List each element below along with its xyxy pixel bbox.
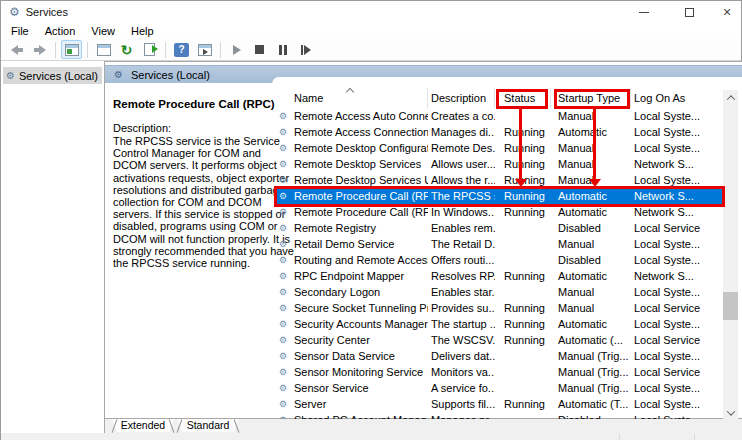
help-icon[interactable]: ?: [171, 40, 192, 59]
cell-status: Running: [495, 204, 551, 220]
show-action-pane-icon[interactable]: [194, 40, 215, 59]
export-list-icon[interactable]: [139, 40, 160, 59]
cell-logon: Local Syste...: [631, 284, 723, 300]
table-row[interactable]: ⚙RPC Endpoint MapperResolves RP...Runnin…: [277, 268, 723, 284]
menu-bar: FileActionViewHelp: [1, 23, 741, 39]
cell-description: Remote Des...: [428, 140, 495, 156]
show-console-tree-icon[interactable]: [61, 40, 82, 59]
tree-item-services-local[interactable]: ⚙ Services (Local): [3, 67, 102, 84]
view-tabstrip: Extended Standard: [105, 419, 742, 433]
table-row[interactable]: ⚙Remote Procedure Call (RP...In Windows.…: [277, 204, 723, 220]
table-row[interactable]: ⚙Remote RegistryEnables rem...DisabledLo…: [277, 220, 723, 236]
cell-description: Monitors va...: [428, 364, 495, 380]
table-row[interactable]: ⚙Security Accounts ManagerThe startup ..…: [277, 316, 723, 332]
maximize-button[interactable]: [674, 1, 704, 23]
cell-logon: Local Syste...: [631, 380, 723, 396]
tab-extended[interactable]: Extended: [112, 419, 174, 432]
column-header-log-on-as[interactable]: Log On As: [631, 88, 723, 108]
cell-status: [495, 220, 551, 236]
cell-description: The startup ...: [428, 316, 495, 332]
cell-status: Running: [495, 188, 551, 204]
cell-logon: Local Service: [631, 364, 723, 380]
table-row[interactable]: ⚙Remote Desktop ServicesAllows user...Ru…: [277, 156, 723, 172]
table-row[interactable]: ⚙Retail Demo ServiceThe Retail D...Manua…: [277, 236, 723, 252]
table-row[interactable]: ⚙Remote Desktop Services U...Allows the …: [277, 172, 723, 188]
vertical-scrollbar[interactable]: [723, 90, 738, 420]
refresh-icon[interactable]: ↻: [116, 40, 137, 59]
stop-service-icon[interactable]: [249, 40, 270, 59]
cell-logon: Local Service: [631, 220, 723, 236]
toolbar-separator: [55, 42, 56, 58]
table-row[interactable]: ⚙Secure Socket Tunneling Pr...Provides s…: [277, 300, 723, 316]
cell-description: Offers routi...: [428, 252, 495, 268]
cell-description: Delivers dat...: [428, 348, 495, 364]
cell-name: Remote Access Auto Conne...: [277, 108, 428, 124]
cell-startup: Manual: [551, 108, 631, 124]
cell-logon: Local Service: [631, 300, 723, 316]
cell-status: Running: [495, 172, 551, 188]
cell-startup: Manual: [551, 300, 631, 316]
menu-item-help[interactable]: Help: [123, 23, 162, 39]
restart-service-icon[interactable]: [295, 40, 316, 59]
cell-startup: Disabled: [551, 252, 631, 268]
service-gear-icon: ⚙: [279, 284, 287, 300]
table-row[interactable]: ⚙Remote Access Auto Conne...Creates a co…: [277, 108, 723, 124]
list-rows: ⚙Remote Access Auto Conne...Creates a co…: [277, 108, 723, 420]
window-title: Services: [26, 6, 68, 18]
table-row[interactable]: ⚙Routing and Remote AccessOffers routi..…: [277, 252, 723, 268]
table-row[interactable]: ⚙ServerSupports fil...RunningAutomatic (…: [277, 396, 723, 412]
back-icon[interactable]: [6, 40, 27, 59]
cell-status: [495, 348, 551, 364]
start-service-icon[interactable]: [226, 40, 247, 59]
cell-name: Remote Procedure Call (RPC): [277, 188, 428, 204]
pause-service-icon[interactable]: [272, 40, 293, 59]
services-node-icon: ⚙: [6, 70, 15, 81]
cell-description: Creates a co...: [428, 108, 495, 124]
service-gear-icon: ⚙: [279, 268, 287, 284]
service-gear-icon: ⚙: [279, 236, 287, 252]
table-row[interactable]: ⚙Sensor Data ServiceDelivers dat...Manua…: [277, 348, 723, 364]
close-button[interactable]: ×: [712, 1, 742, 23]
cell-status: Running: [495, 300, 551, 316]
service-gear-icon: ⚙: [279, 332, 287, 348]
cell-startup: Automatic (T...: [551, 396, 631, 412]
cell-logon: Network S...: [631, 188, 723, 204]
minimize-button[interactable]: [629, 1, 659, 23]
column-header-status[interactable]: Status: [495, 88, 551, 108]
cell-name: Sensor Monitoring Service: [277, 364, 428, 380]
scrollbar-thumb[interactable]: [723, 292, 738, 320]
service-gear-icon: ⚙: [279, 140, 287, 156]
cell-description: In Windows...: [428, 204, 495, 220]
service-gear-icon: ⚙: [279, 124, 287, 140]
table-row[interactable]: ⚙Sensor ServiceA service fo...Manual (Tr…: [277, 380, 723, 396]
cell-startup: Manual: [551, 236, 631, 252]
table-row[interactable]: ⚙Secondary LogonEnables star...ManualLoc…: [277, 284, 723, 300]
menu-item-file[interactable]: File: [3, 23, 37, 39]
table-row[interactable]: ⚙Sensor Monitoring ServiceMonitors va...…: [277, 364, 723, 380]
cell-logon: Network S...: [631, 268, 723, 284]
cell-name: Secure Socket Tunneling Pr...: [277, 300, 428, 316]
column-header-startup-type[interactable]: Startup Type: [551, 88, 631, 108]
properties-icon[interactable]: [93, 40, 114, 59]
cell-description: The WSCSV...: [428, 332, 495, 348]
table-row[interactable]: ⚙Remote Desktop Configurat...Remote Des.…: [277, 140, 723, 156]
service-gear-icon: ⚙: [279, 204, 287, 220]
scroll-down-icon[interactable]: [723, 405, 738, 420]
column-header-description[interactable]: Description: [428, 88, 495, 108]
details-pane: ⚙ Services (Local) Remote Procedure Call…: [105, 61, 742, 419]
cell-description: A service fo...: [428, 380, 495, 396]
cell-logon: Local Syste...: [631, 140, 723, 156]
cell-name: Remote Access Connection...: [277, 124, 428, 140]
tab-standard[interactable]: Standard: [177, 419, 239, 432]
table-row[interactable]: ⚙Security CenterThe WSCSV...RunningAutom…: [277, 332, 723, 348]
scroll-up-icon[interactable]: [723, 90, 738, 105]
table-row[interactable]: ⚙Remote Access Connection...Manages di..…: [277, 124, 723, 140]
cell-status: [495, 108, 551, 124]
menu-item-action[interactable]: Action: [37, 23, 84, 39]
menu-item-view[interactable]: View: [83, 23, 123, 39]
forward-icon[interactable]: [29, 40, 50, 59]
services-window: ⚙ Services × FileActionViewHelp ↻? ⚙ Ser…: [0, 0, 742, 440]
service-gear-icon: ⚙: [279, 156, 287, 172]
table-row[interactable]: ⚙Remote Procedure Call (RPC)The RPCSS s.…: [277, 188, 723, 204]
service-gear-icon: ⚙: [279, 220, 287, 236]
